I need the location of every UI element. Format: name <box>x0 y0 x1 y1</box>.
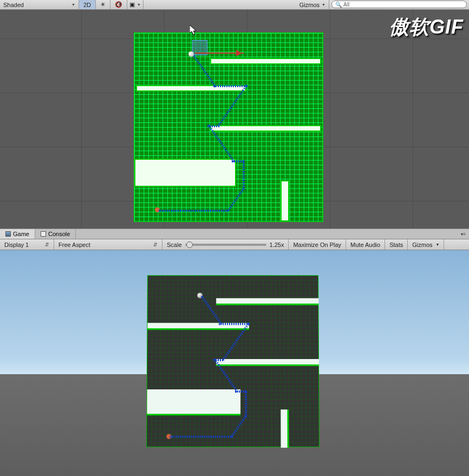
updown-icon: ⇵ <box>153 242 158 247</box>
game-gizmos-dropdown[interactable]: Gizmos ▼ <box>408 239 444 250</box>
chevron-down-icon: ▼ <box>71 3 75 6</box>
game-view[interactable] <box>0 250 469 476</box>
nav-path <box>170 436 233 438</box>
gizmos-dropdown[interactable]: Gizmos ▼ <box>296 0 329 9</box>
gizmos-label: Gizmos <box>299 2 320 8</box>
speaker-icon: 🔇 <box>115 1 122 8</box>
scale-value: 1.25x <box>270 242 284 248</box>
platform <box>216 298 318 305</box>
nav-path <box>159 210 228 212</box>
2d-toggle-button[interactable]: 2D <box>79 0 96 9</box>
game-gizmos-label: Gizmos <box>412 242 432 248</box>
maximize-on-play-button[interactable]: Maximize On Play <box>289 239 346 250</box>
nav-path <box>243 160 245 190</box>
platform <box>210 58 321 64</box>
platform <box>216 359 319 366</box>
watermark-text: 傲软GIF <box>389 14 464 41</box>
platform <box>134 159 236 187</box>
mute-label: Mute Audio <box>350 242 380 248</box>
aspect-dropdown[interactable]: Free Aspect ⇵ <box>54 239 162 250</box>
aspect-label: Free Aspect <box>58 242 90 248</box>
search-prefix: All <box>343 2 349 8</box>
tab-label: Console <box>48 231 70 237</box>
sun-icon: ☀ <box>100 1 106 8</box>
updown-icon: ⇵ <box>45 242 49 247</box>
platform <box>210 125 321 132</box>
platform <box>147 389 240 415</box>
draw-mode-label: Shaded <box>3 2 24 8</box>
chevron-down-icon: ▼ <box>436 243 440 246</box>
panel-tab-strip: Game Console ▾≡ <box>0 229 469 239</box>
scene-view[interactable]: 傲软GIF <box>0 10 469 229</box>
scene-toolbar: Shaded ▼ 2D ☀ 🔇 ▣ ▼ Gizmos ▼ 🔍 All <box>0 0 469 10</box>
platform <box>281 409 289 448</box>
image-icon: ▣ <box>129 1 135 8</box>
scene-search-input[interactable]: 🔍 All <box>331 1 467 8</box>
slider-thumb[interactable] <box>186 242 193 248</box>
scale-control: Scale 1.25x <box>162 239 289 250</box>
nav-path <box>231 415 247 437</box>
console-tab-icon <box>41 231 46 237</box>
nav-path <box>213 85 247 87</box>
scale-slider[interactable] <box>185 244 266 246</box>
display-label: Display 1 <box>4 242 29 248</box>
stats-label: Stats <box>389 242 403 248</box>
audio-toggle-button[interactable]: 🔇 <box>110 0 127 9</box>
nav-path <box>219 323 249 325</box>
display-dropdown[interactable]: Display 1 ⇵ <box>0 239 54 250</box>
2d-label: 2D <box>83 2 91 8</box>
platform <box>281 180 289 221</box>
nav-path <box>235 390 246 393</box>
lighting-toggle-button[interactable]: ☀ <box>96 0 110 9</box>
level-grid <box>134 32 323 222</box>
tab-label: Game <box>13 231 29 237</box>
game-toolbar: Display 1 ⇵ Free Aspect ⇵ Scale 1.25x Ma… <box>0 239 469 250</box>
tab-game[interactable]: Game <box>0 229 35 239</box>
fx-dropdown[interactable]: ▣ ▼ <box>127 0 144 9</box>
toolbar-spacer <box>144 0 296 9</box>
panel-menu-button[interactable]: ▾≡ <box>458 229 469 239</box>
mute-audio-button[interactable]: Mute Audio <box>346 239 385 250</box>
game-tab-icon <box>5 231 11 237</box>
search-icon: 🔍 <box>335 2 342 8</box>
nav-path <box>245 390 247 416</box>
draw-mode-dropdown[interactable]: Shaded ▼ <box>0 0 79 9</box>
nav-path <box>232 160 244 162</box>
tab-console[interactable]: Console <box>35 229 76 239</box>
scale-label: Scale <box>167 242 182 248</box>
chevron-down-icon: ▼ <box>322 3 325 6</box>
game-level <box>146 275 320 447</box>
maximize-label: Maximize On Play <box>293 242 341 248</box>
chevron-down-icon: ▼ <box>137 3 141 6</box>
move-gizmo-x-axis[interactable] <box>195 53 244 54</box>
stats-button[interactable]: Stats <box>385 239 408 250</box>
nav-path <box>227 188 245 211</box>
